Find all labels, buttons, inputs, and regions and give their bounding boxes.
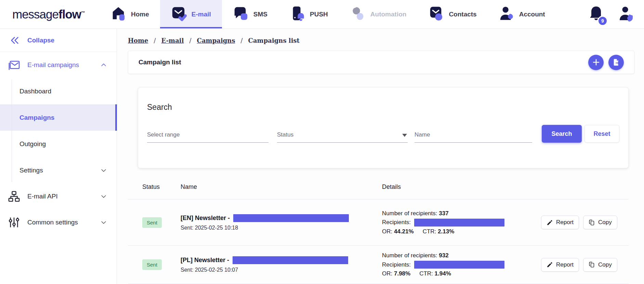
user-icon bbox=[618, 5, 634, 22]
status-select-field[interactable] bbox=[277, 131, 408, 143]
date-range-field[interactable] bbox=[147, 131, 268, 143]
sidebar-item-campaigns[interactable]: Campaigns bbox=[0, 104, 117, 131]
nav-item-label: SMS bbox=[253, 11, 267, 18]
add-campaign-button[interactable] bbox=[588, 55, 604, 70]
date-range-input[interactable] bbox=[147, 131, 268, 138]
nav-item-label: Contacts bbox=[449, 11, 476, 18]
ctr-value: 2.13% bbox=[438, 228, 454, 235]
notifications-button[interactable]: 9 bbox=[588, 5, 604, 23]
campaign-list-header-card: Campaign list bbox=[128, 51, 634, 74]
name-field[interactable] bbox=[415, 131, 532, 143]
status-cell: Sent bbox=[142, 259, 181, 270]
nav-item-label: Home bbox=[131, 11, 149, 18]
sidebar-item-common-settings[interactable]: Common settings bbox=[0, 209, 117, 235]
user-menu-button[interactable] bbox=[618, 5, 634, 23]
redacted-name-bar bbox=[233, 256, 348, 264]
column-header-details: Details bbox=[382, 183, 541, 191]
or-ctr-line: OR: 44.21%CTR: 2.13% bbox=[382, 228, 541, 235]
status-badge: Sent bbox=[142, 259, 162, 270]
nav-item-automation[interactable]: Automation bbox=[339, 0, 418, 28]
dropdown-arrow-icon[interactable] bbox=[402, 134, 407, 137]
push-icon bbox=[289, 5, 305, 23]
brand-logo-text: message bbox=[12, 8, 58, 21]
sidebar-item-settings[interactable]: Settings bbox=[0, 157, 117, 183]
campaign-name: [PL] Newsletter - bbox=[181, 257, 229, 264]
nav-item-label: Account bbox=[519, 11, 545, 18]
brand-logo: messageflow™ bbox=[12, 8, 85, 21]
recipients-line: Recipients: bbox=[382, 261, 541, 269]
pencil-icon bbox=[547, 261, 553, 268]
or-ctr-line: OR: 7.98%CTR: 1.94% bbox=[382, 270, 541, 277]
sidebar-item-dashboard[interactable]: Dashboard bbox=[0, 78, 117, 104]
table-row: Sent [PL] Newsletter - Sent: 2025-02-25 … bbox=[128, 246, 629, 284]
breadcrumb-current: Campaigns list bbox=[248, 37, 300, 44]
chevron-down-icon bbox=[100, 193, 107, 200]
redacted-recipients-bar bbox=[414, 261, 504, 269]
nav-item-contacts[interactable]: Contacts bbox=[417, 0, 487, 28]
export-button[interactable] bbox=[608, 55, 624, 70]
sent-timestamp: Sent: 2025-02-25 10:07 bbox=[181, 267, 382, 273]
sidebar-item-email-campaigns[interactable]: E-mail campaigns bbox=[0, 52, 117, 78]
status-select-input[interactable] bbox=[277, 131, 408, 138]
redacted-recipients-bar bbox=[414, 219, 504, 227]
email-icon bbox=[171, 5, 187, 23]
table-header: Status Name Details bbox=[128, 175, 629, 199]
envelope-icon bbox=[8, 59, 21, 72]
search-panel: Search Search Reset bbox=[138, 87, 629, 168]
report-button[interactable]: Report bbox=[541, 216, 579, 229]
pencil-icon bbox=[547, 219, 553, 226]
email-campaigns-subnav: Dashboard Campaigns Outgoing Settings bbox=[0, 78, 117, 183]
reset-button[interactable]: Reset bbox=[584, 125, 619, 143]
search-button[interactable]: Search bbox=[542, 125, 582, 143]
breadcrumb-separator: / bbox=[154, 37, 156, 44]
or-value: 44.21% bbox=[394, 228, 414, 235]
actions-cell: Report Copy bbox=[541, 258, 629, 272]
account-icon bbox=[499, 5, 514, 23]
report-button[interactable]: Report bbox=[541, 258, 579, 272]
breadcrumb: Home / E-mail / Campaigns / Campaigns li… bbox=[128, 36, 634, 45]
collapse-label: Collapse bbox=[27, 37, 54, 44]
header-actions bbox=[588, 55, 624, 70]
nav-item-label: PUSH bbox=[310, 11, 328, 18]
sidebar-item-email-api[interactable]: E-mail API bbox=[0, 183, 117, 209]
ctr-value: 1.94% bbox=[435, 270, 451, 277]
nav-item-sms[interactable]: SMS bbox=[222, 0, 278, 28]
nav-item-push[interactable]: PUSH bbox=[278, 0, 339, 28]
name-cell: [PL] Newsletter - Sent: 2025-02-25 10:07 bbox=[181, 256, 382, 273]
sidebar-item-label: E-mail campaigns bbox=[27, 61, 79, 69]
sidebar-item-label: Outgoing bbox=[19, 140, 46, 148]
nav-item-account[interactable]: Account bbox=[488, 0, 556, 28]
recipients-count-line: Number of recipients: 337 bbox=[382, 210, 541, 217]
recipients-count-value: 932 bbox=[439, 252, 448, 259]
details-cell: Number of recipients: 932 Recipients: OR… bbox=[382, 252, 541, 277]
sidebar-collapse-button[interactable]: Collapse bbox=[0, 29, 117, 52]
status-badge: Sent bbox=[142, 217, 162, 228]
name-input[interactable] bbox=[415, 131, 532, 138]
breadcrumb-campaigns[interactable]: Campaigns bbox=[197, 37, 235, 44]
copy-button[interactable]: Copy bbox=[583, 258, 617, 272]
sliders-icon bbox=[8, 216, 21, 229]
nav-right-icons: 9 bbox=[588, 0, 644, 28]
main-content: Home / E-mail / Campaigns / Campaigns li… bbox=[117, 29, 644, 284]
main-nav: Home E-mail SMS PUSH Automation Contacts… bbox=[100, 0, 556, 28]
column-header-status: Status bbox=[142, 183, 181, 191]
breadcrumb-email[interactable]: E-mail bbox=[161, 37, 184, 44]
breadcrumb-home[interactable]: Home bbox=[128, 37, 148, 44]
sidebar-item-label: E-mail API bbox=[27, 193, 58, 200]
sidebar-item-outgoing[interactable]: Outgoing bbox=[0, 131, 117, 157]
details-cell: Number of recipients: 337 Recipients: OR… bbox=[382, 210, 541, 235]
chevron-down-icon bbox=[100, 167, 107, 174]
chevron-down-icon bbox=[100, 219, 107, 226]
chevron-up-icon bbox=[100, 62, 107, 68]
nav-item-home[interactable]: Home bbox=[100, 0, 160, 28]
page-title: Campaign list bbox=[139, 59, 181, 66]
sidebar-item-label: Campaigns bbox=[19, 114, 54, 121]
status-cell: Sent bbox=[142, 217, 181, 228]
nav-item-email[interactable]: E-mail bbox=[160, 0, 222, 28]
trademark-symbol: ™ bbox=[81, 10, 85, 15]
double-chevron-left-icon bbox=[10, 35, 20, 46]
campaign-name: [EN] Newsletter - bbox=[181, 215, 230, 222]
automation-icon bbox=[350, 5, 366, 23]
notification-badge: 9 bbox=[597, 16, 608, 26]
copy-button[interactable]: Copy bbox=[583, 216, 617, 229]
